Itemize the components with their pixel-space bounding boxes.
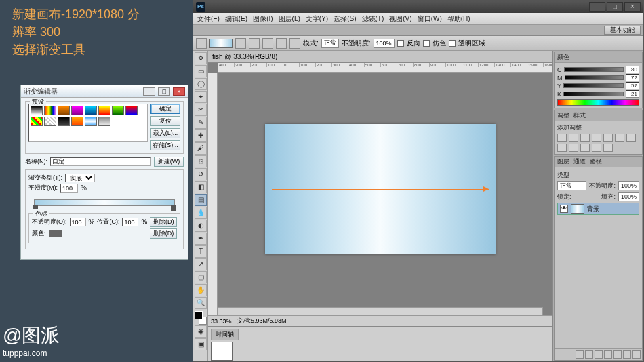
lasso-tool[interactable]: ◯	[195, 78, 207, 90]
styles-tab[interactable]: 样式	[573, 111, 586, 120]
shape-tool[interactable]: ▢	[195, 271, 207, 283]
path-tool[interactable]: ↗	[195, 258, 207, 270]
cancel-button[interactable]: 复位	[150, 116, 180, 126]
menu-edit[interactable]: 编辑(E)	[225, 14, 247, 24]
timeline-frame[interactable]	[211, 342, 233, 361]
channels-tab[interactable]: 通道	[573, 157, 586, 166]
layer-opacity[interactable]: 100%	[618, 181, 639, 190]
paths-tab[interactable]: 路径	[590, 157, 602, 166]
link-layers-icon[interactable]	[576, 350, 584, 359]
angle-gradient-icon[interactable]	[262, 38, 273, 49]
adj-colorlookup-icon[interactable]	[580, 144, 590, 152]
screenmode-tool[interactable]: ▣	[195, 338, 207, 350]
reverse-checkbox[interactable]	[397, 40, 404, 47]
gradient-bar[interactable]	[28, 197, 180, 209]
layer-name[interactable]: 背景	[587, 205, 599, 214]
ps-titlebar[interactable]: Ps – □ ×	[193, 1, 643, 13]
ruler-horizontal[interactable]: 4003002001000100200300400500600700800900…	[218, 63, 552, 73]
menu-layer[interactable]: 图层(L)	[279, 14, 300, 24]
quickmask-tool[interactable]: ◉	[195, 325, 207, 338]
layers-tab[interactable]: 图层	[557, 157, 569, 166]
visibility-icon[interactable]: 👁	[560, 205, 568, 213]
adj-hue-icon[interactable]	[615, 134, 624, 142]
save-button[interactable]: 存储(S)...	[150, 140, 180, 150]
hand-tool[interactable]: ✋	[195, 284, 207, 296]
history-brush-tool[interactable]: ↺	[195, 168, 207, 180]
menu-select[interactable]: 选择(S)	[334, 14, 356, 24]
ruler-vertical[interactable]	[208, 73, 218, 326]
load-button[interactable]: 载入(L)...	[150, 128, 180, 138]
dodge-tool[interactable]: ◐	[195, 220, 207, 232]
close-button[interactable]: ×	[624, 2, 641, 12]
color-swatch[interactable]	[49, 230, 62, 237]
delete-layer-icon[interactable]	[632, 350, 641, 359]
new-button[interactable]: 新建(W)	[154, 157, 184, 167]
mode-select[interactable]: 正常	[321, 39, 339, 48]
color-spectrum[interactable]	[557, 99, 639, 106]
eyedropper-tool[interactable]: ✎	[195, 117, 207, 129]
crop-tool[interactable]: ✂	[195, 104, 207, 116]
menu-file[interactable]: 文件(F)	[197, 14, 220, 24]
adj-invert-icon[interactable]	[592, 144, 601, 152]
transparency-checkbox[interactable]	[449, 40, 456, 47]
maximize-button[interactable]: □	[158, 87, 170, 96]
zoom-tool[interactable]: 🔍	[195, 297, 207, 309]
type-tool[interactable]: T	[195, 245, 207, 258]
adj-exposure-icon[interactable]	[592, 134, 601, 142]
adj-vibrance-icon[interactable]	[603, 134, 613, 142]
ok-button[interactable]: 确定	[150, 104, 180, 114]
scrollbar-horizontal[interactable]	[218, 307, 543, 315]
gradient-tool[interactable]: ▤	[195, 194, 207, 206]
heal-tool[interactable]: ✚	[195, 129, 207, 142]
layer-mask-icon[interactable]	[595, 350, 603, 359]
layer-row[interactable]: 👁 背景	[557, 203, 639, 215]
k-slider[interactable]	[563, 92, 624, 96]
workspace-button[interactable]: 基本功能	[604, 26, 641, 35]
layer-thumbnail[interactable]	[571, 204, 584, 214]
diamond-gradient-icon[interactable]	[289, 38, 300, 49]
delete-stop-button[interactable]: 删除(D)	[150, 217, 177, 227]
pen-tool[interactable]: ✒	[195, 233, 207, 245]
menu-help[interactable]: 帮助(H)	[447, 14, 470, 24]
adj-posterize-icon[interactable]	[603, 144, 613, 152]
wand-tool[interactable]: ✦	[195, 91, 207, 103]
c-slider[interactable]	[564, 67, 624, 72]
brush-tool[interactable]: 🖌	[195, 142, 207, 155]
opacity-select[interactable]: 100%	[374, 39, 395, 48]
linear-gradient-icon[interactable]	[235, 38, 246, 49]
y-slider[interactable]	[563, 83, 624, 88]
m-slider[interactable]	[565, 75, 624, 80]
adj-bw-icon[interactable]	[626, 134, 636, 142]
reflected-gradient-icon[interactable]	[276, 38, 287, 49]
preset-swatches[interactable]	[28, 104, 148, 142]
eraser-tool[interactable]: ◧	[195, 181, 207, 193]
adjustments-tab[interactable]: 调整	[557, 111, 569, 120]
layer-fx-icon[interactable]	[585, 350, 593, 359]
blur-tool[interactable]: 💧	[195, 207, 207, 219]
document-tab[interactable]: fish @ 33.3%(RGB/8)	[208, 51, 552, 63]
menu-view[interactable]: 视图(V)	[389, 14, 411, 24]
close-button[interactable]: ×	[173, 87, 185, 96]
opacity-input[interactable]	[70, 218, 86, 226]
new-adjustment-icon[interactable]	[604, 350, 612, 359]
adj-channel-mixer-icon[interactable]	[569, 144, 578, 152]
timeline-tab[interactable]: 时间轴	[211, 329, 239, 340]
name-input[interactable]	[50, 157, 151, 166]
delete-color-button[interactable]: 删除(D)	[150, 228, 177, 239]
minimize-button[interactable]: –	[143, 87, 155, 96]
menu-filter[interactable]: 滤镜(T)	[362, 14, 384, 24]
layer-fill[interactable]: 100%	[618, 192, 639, 201]
new-group-icon[interactable]	[613, 350, 622, 359]
move-tool[interactable]: ✥	[195, 52, 207, 64]
minimize-button[interactable]: –	[589, 2, 605, 12]
maximize-button[interactable]: □	[607, 2, 623, 12]
smooth-input[interactable]	[60, 184, 78, 193]
type-select[interactable]: 实底	[65, 174, 95, 182]
blend-mode-select[interactable]: 正常	[557, 181, 586, 190]
adj-brightness-icon[interactable]	[557, 134, 567, 142]
stamp-tool[interactable]: ⎘	[195, 155, 207, 167]
menu-type[interactable]: 文字(Y)	[306, 14, 328, 24]
canvas[interactable]	[265, 124, 496, 254]
dither-checkbox[interactable]	[423, 40, 430, 47]
dialog-titlebar[interactable]: 渐变编辑器 – □ ×	[21, 85, 188, 98]
